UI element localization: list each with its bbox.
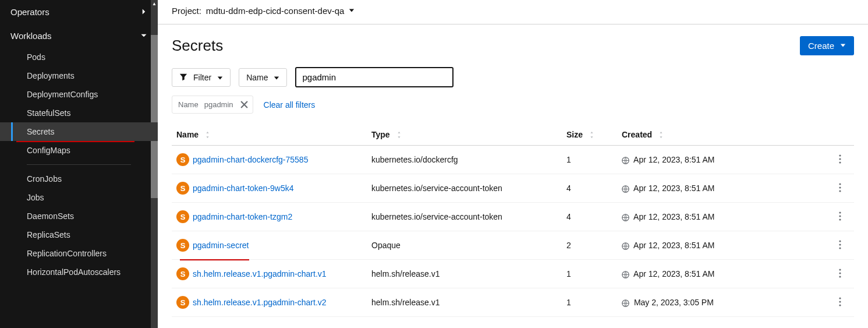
kebab-menu-icon[interactable]	[831, 238, 849, 252]
chevron-right-icon	[140, 8, 147, 16]
cell-type: kubernetes.io/dockercfg	[367, 146, 562, 174]
nav-section-operators[interactable]: Operators	[0, 0, 158, 24]
caret-down-icon	[349, 8, 355, 14]
cell-created: May 2, 2023, 3:05 PM	[617, 288, 826, 317]
cell-size: 2	[562, 231, 617, 260]
table-row: Ssh.helm.release.v1.pgadmin-chart.v1helm…	[172, 260, 854, 288]
cell-created: Apr 12, 2023, 8:51 AM	[617, 146, 826, 174]
col-type-header[interactable]: Type	[367, 124, 562, 146]
globe-icon	[622, 185, 629, 193]
project-prefix: Project:	[172, 6, 201, 16]
sidebar-item-statefulsets[interactable]: StatefulSets	[0, 104, 158, 122]
cell-created: Apr 12, 2023, 8:51 AM	[617, 174, 826, 203]
toolbar: Filter Name	[172, 67, 854, 87]
project-name: mdtu-ddm-edp-cicd-consent-dev-qa	[206, 6, 345, 16]
chip-label: Name	[172, 96, 204, 113]
create-button[interactable]: Create	[800, 36, 854, 55]
secret-link[interactable]: sh.helm.release.v1.pgadmin-chart.v1	[193, 269, 327, 278]
cell-size: 4	[562, 203, 617, 231]
secret-link[interactable]: pgadmin-chart-token-9w5k4	[193, 184, 294, 193]
sidebar-item-configmaps[interactable]: ConfigMaps	[0, 141, 158, 160]
nav-divider	[27, 164, 131, 165]
sidebar-item-daemonsets[interactable]: DaemonSets	[0, 207, 158, 225]
page-title: Secrets	[172, 37, 223, 55]
caret-down-icon	[217, 73, 223, 82]
chip-value: pgadmin	[204, 96, 236, 113]
chevron-down-icon	[140, 32, 147, 40]
cell-type: helm.sh/release.v1	[367, 288, 562, 317]
cell-created: Apr 12, 2023, 8:51 AM	[617, 231, 826, 260]
nav-section-label: Operators	[10, 7, 49, 17]
sidebar-item-secrets[interactable]: Secrets	[0, 122, 158, 141]
resource-badge-secret: S	[176, 153, 189, 166]
sort-icon	[589, 132, 595, 139]
scroll-up-icon[interactable]: ▲	[151, 0, 158, 7]
globe-icon	[622, 214, 629, 221]
sidebar: ▲ Operators Workloads Pods Deployments D…	[0, 0, 158, 328]
caret-down-icon	[274, 73, 279, 82]
resource-badge-secret: S	[176, 267, 189, 280]
cell-created: Apr 12, 2023, 8:51 AM	[617, 260, 826, 288]
table-row: Ssh.helm.release.v1.pgadmin-chart.v2helm…	[172, 288, 854, 317]
globe-icon	[622, 299, 629, 307]
nav-section-workloads[interactable]: Workloads	[0, 24, 158, 48]
globe-icon	[622, 157, 629, 164]
sort-icon	[204, 132, 211, 139]
nav-section-label: Workloads	[10, 31, 52, 41]
table-row: Spgadmin-chart-token-9w5k4kubernetes.io/…	[172, 174, 854, 203]
clear-filters-link[interactable]: Clear all filters	[264, 100, 316, 110]
search-input[interactable]	[295, 67, 454, 87]
table-row: Spgadmin-chart-dockercfg-75585kubernetes…	[172, 146, 854, 174]
filter-icon	[179, 73, 187, 82]
cell-size: 1	[562, 146, 617, 174]
cell-type: Opaque	[367, 231, 562, 260]
globe-icon	[622, 242, 629, 250]
caret-down-icon	[840, 43, 846, 49]
sort-icon	[658, 132, 664, 139]
cell-type: kubernetes.io/service-account-token	[367, 174, 562, 203]
kebab-menu-icon[interactable]	[831, 266, 849, 281]
search-type-label: Name	[246, 73, 268, 82]
filter-chip: Name pgadmin	[172, 96, 253, 114]
col-size-header[interactable]: Size	[562, 124, 617, 146]
globe-icon	[622, 271, 629, 278]
col-name-header[interactable]: Name	[172, 124, 367, 146]
kebab-menu-icon[interactable]	[831, 152, 849, 167]
filter-label: Filter	[193, 73, 211, 82]
search-type-button[interactable]: Name	[239, 68, 287, 87]
cell-size: 4	[562, 174, 617, 203]
sort-icon	[396, 132, 402, 139]
sidebar-item-pods[interactable]: Pods	[0, 48, 158, 66]
sidebar-item-cronjobs[interactable]: CronJobs	[0, 170, 158, 188]
cell-type: kubernetes.io/service-account-token	[367, 203, 562, 231]
resource-badge-secret: S	[176, 210, 189, 223]
kebab-menu-icon[interactable]	[831, 295, 849, 309]
main-content: Project: mdtu-ddm-edp-cicd-consent-dev-q…	[158, 0, 868, 328]
table-row: Spgadmin-chart-token-tzgm2kubernetes.io/…	[172, 203, 854, 231]
col-created-header[interactable]: Created	[617, 124, 826, 146]
filter-button[interactable]: Filter	[172, 68, 231, 87]
filter-chip-row: Name pgadmin Clear all filters	[172, 96, 854, 114]
secret-link[interactable]: pgadmin-secret	[193, 241, 249, 250]
cell-created: Apr 12, 2023, 8:51 AM	[617, 203, 826, 231]
secret-link[interactable]: sh.helm.release.v1.pgadmin-chart.v2	[193, 298, 327, 307]
sidebar-item-deployments[interactable]: Deployments	[0, 66, 158, 85]
resource-badge-secret: S	[176, 239, 189, 252]
cell-size: 1	[562, 260, 617, 288]
sidebar-item-deploymentconfigs[interactable]: DeploymentConfigs	[0, 85, 158, 104]
secret-link[interactable]: pgadmin-chart-token-tzgm2	[193, 212, 292, 221]
table-row: Spgadmin-secretOpaque2 Apr 12, 2023, 8:5…	[172, 231, 854, 260]
secret-link[interactable]: pgadmin-chart-dockercfg-75585	[193, 155, 308, 164]
sidebar-item-jobs[interactable]: Jobs	[0, 188, 158, 207]
resource-badge-secret: S	[176, 296, 189, 309]
sidebar-item-replicasets[interactable]: ReplicaSets	[0, 225, 158, 244]
resource-badge-secret: S	[176, 182, 189, 195]
project-selector[interactable]: Project: mdtu-ddm-edp-cicd-consent-dev-q…	[158, 0, 868, 24]
sidebar-item-replicationcontrollers[interactable]: ReplicationControllers	[0, 244, 158, 263]
create-label: Create	[808, 41, 834, 51]
secrets-table: Name Type Size Created	[172, 124, 854, 317]
close-icon[interactable]	[236, 100, 253, 109]
sidebar-item-hpa[interactable]: HorizontalPodAutoscalers	[0, 263, 158, 281]
kebab-menu-icon[interactable]	[831, 209, 849, 224]
kebab-menu-icon[interactable]	[831, 181, 849, 195]
